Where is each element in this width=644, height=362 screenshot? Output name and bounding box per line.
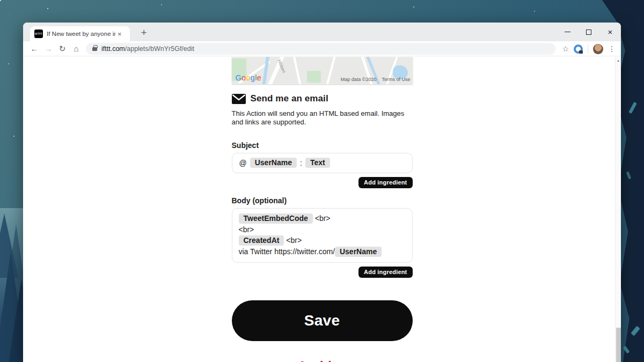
close-icon: × bbox=[608, 28, 613, 36]
body-line-1-text: <br> bbox=[315, 214, 331, 223]
tab-close-icon[interactable]: × bbox=[118, 31, 122, 38]
stars-decoration bbox=[0, 0, 1, 1]
address-bar[interactable]: ifttt.com/applets/bWnYr5Gf/edit bbox=[86, 43, 555, 55]
extension-icon[interactable] bbox=[574, 45, 583, 54]
url-path: /applets/bWnYr5Gf/edit bbox=[125, 45, 194, 53]
tab-title: If New tweet by anyone in area, t bbox=[47, 31, 115, 37]
body-input[interactable]: TweetEmbedCode <br> <br> CreatedAt <br> … bbox=[232, 208, 413, 263]
profile-avatar[interactable] bbox=[593, 44, 603, 54]
applet-edit-column: Hibbert Google Map data ©2020Terms of Us… bbox=[232, 57, 413, 362]
browser-menu-icon[interactable]: ⋮ bbox=[608, 45, 616, 53]
lock-icon bbox=[92, 47, 97, 51]
subject-separator: : bbox=[300, 159, 302, 167]
maximize-button[interactable] bbox=[578, 23, 599, 41]
reload-button[interactable]: ↻ bbox=[55, 44, 69, 54]
body-line-4: via Twitter https://twitter.com/UserName bbox=[239, 247, 406, 257]
add-ingredient-button-subject[interactable]: Add ingredient bbox=[358, 177, 412, 188]
body-line-2: <br> bbox=[239, 225, 406, 234]
email-envelope-icon bbox=[232, 94, 246, 104]
body-add-row: Add ingredient bbox=[232, 267, 413, 278]
google-map-preview: Hibbert Google Map data ©2020Terms of Us… bbox=[232, 57, 413, 84]
ingredient-pill-tweetembedcode[interactable]: TweetEmbedCode bbox=[239, 213, 313, 224]
back-button[interactable]: ← bbox=[27, 44, 41, 53]
ingredient-pill-createdat[interactable]: CreatedAt bbox=[239, 235, 284, 246]
url-text: ifttt.com/applets/bWnYr5Gf/edit bbox=[101, 45, 194, 53]
ingredient-pill-username[interactable]: UserName bbox=[250, 158, 297, 168]
browser-toolbar: ← → ↻ ⌂ ifttt.com/applets/bWnYr5Gf/edit … bbox=[23, 41, 621, 56]
google-logo: Google bbox=[236, 73, 262, 82]
subject-prefix: @ bbox=[239, 159, 247, 167]
page-content: Hibbert Google Map data ©2020Terms of Us… bbox=[23, 57, 621, 362]
toolbar-right-icons: ☆ ⋮ bbox=[562, 41, 616, 56]
bookmark-star-icon[interactable]: ☆ bbox=[562, 45, 569, 53]
forward-button[interactable]: → bbox=[41, 44, 55, 53]
home-button[interactable]: ⌂ bbox=[69, 44, 83, 53]
map-river bbox=[261, 57, 269, 84]
action-title: Send me an email bbox=[251, 93, 328, 104]
map-attribution: Map data ©2020Terms of Use bbox=[341, 77, 411, 82]
toolbar-divider bbox=[588, 45, 588, 53]
body-line-1: TweetEmbedCode <br> bbox=[239, 213, 406, 224]
map-park-area bbox=[307, 71, 321, 83]
body-line-4-text: via Twitter https://twitter.com/ bbox=[239, 247, 335, 256]
desktop-wallpaper: IFTTT If New tweet by anyone in area, t … bbox=[0, 0, 644, 362]
page-scrollbar[interactable]: ▲ bbox=[615, 57, 621, 362]
browser-window: IFTTT If New tweet by anyone in area, t … bbox=[23, 23, 621, 362]
archive-link[interactable]: Archive bbox=[232, 359, 413, 362]
ingredient-pill-text[interactable]: Text bbox=[305, 158, 330, 168]
add-ingredient-button-body[interactable]: Add ingredient bbox=[358, 267, 412, 278]
browser-tab[interactable]: IFTTT If New tweet by anyone in area, t … bbox=[30, 26, 130, 41]
map-road bbox=[324, 57, 336, 84]
body-line-2-text: <br> bbox=[239, 225, 254, 234]
map-data-copyright: Map data ©2020 bbox=[341, 77, 377, 82]
body-line-3-text: <br> bbox=[286, 236, 302, 245]
action-header: Send me an email bbox=[232, 93, 413, 104]
subject-add-row: Add ingredient bbox=[232, 177, 413, 188]
save-button[interactable]: Save bbox=[232, 300, 413, 341]
minimize-icon bbox=[565, 32, 570, 32]
window-controls: × bbox=[557, 23, 621, 41]
ifttt-favicon: IFTTT bbox=[34, 29, 43, 38]
body-line-3: CreatedAt <br> bbox=[239, 235, 406, 246]
subject-label: Subject bbox=[232, 141, 413, 150]
close-window-button[interactable]: × bbox=[599, 23, 621, 41]
tab-strip: IFTTT If New tweet by anyone in area, t … bbox=[23, 23, 621, 41]
maximize-icon bbox=[586, 29, 591, 35]
new-tab-button[interactable]: + bbox=[137, 26, 151, 40]
body-label: Body (optional) bbox=[232, 196, 413, 205]
scrollbar-thumb[interactable] bbox=[616, 328, 621, 362]
minimize-button[interactable] bbox=[557, 23, 578, 41]
scrollbar-up-icon[interactable]: ▲ bbox=[616, 57, 621, 62]
subject-input[interactable]: @ UserName : Text bbox=[232, 153, 413, 173]
terms-of-use-link[interactable]: Terms of Use bbox=[382, 77, 410, 82]
action-description: This Action will send you an HTML based … bbox=[232, 109, 405, 127]
ingredient-pill-username-body[interactable]: UserName bbox=[335, 247, 382, 257]
url-domain: ifttt.com bbox=[101, 45, 125, 53]
map-road bbox=[292, 57, 303, 84]
